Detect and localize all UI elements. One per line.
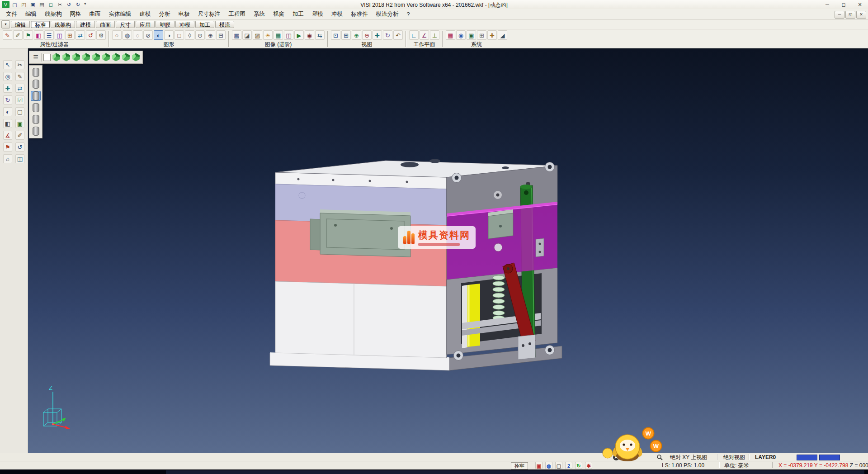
ribbon-tab[interactable]: 加工 [195, 21, 214, 28]
texture-icon[interactable]: ▨ [253, 30, 262, 40]
zoom-in-icon[interactable]: ⊕ [352, 30, 361, 40]
swap-filter-icon[interactable]: ⇄ [75, 30, 85, 40]
box-icon[interactable]: ▣ [15, 119, 24, 128]
ribbon-tab[interactable]: 应用 [136, 21, 155, 28]
menu-item[interactable]: 建模 [136, 9, 155, 19]
swap-icon[interactable]: ⇄ [15, 84, 24, 93]
refresh-icon[interactable]: ↻ [575, 462, 582, 469]
shadow-icon[interactable]: ◪ [242, 30, 252, 40]
indicator-bar-2[interactable] [819, 455, 840, 460]
view-plane-icon[interactable] [43, 54, 51, 61]
undo-icon[interactable]: ↺ [65, 1, 73, 8]
sheet-icon[interactable]: ▢ [15, 107, 24, 116]
menu-item[interactable]: 网格 [66, 9, 85, 19]
menu-item[interactable]: 工程图 [225, 9, 250, 19]
open-file-icon[interactable]: ◰ [20, 1, 28, 8]
layer-filter-icon[interactable]: ☰ [44, 30, 54, 40]
edges-display-icon[interactable]: □ [175, 30, 184, 40]
view-reference-label[interactable]: 绝对 XY 上视图 [670, 453, 707, 461]
edit-attributes-icon[interactable]: ✎ [3, 30, 12, 40]
view-right-icon[interactable] [102, 53, 110, 62]
view-mode-label[interactable]: 绝对视图 [723, 453, 745, 461]
angle-measure-icon[interactable]: ∡ [3, 131, 12, 140]
filter-cylinder-icon[interactable] [31, 67, 41, 77]
workplane-entity-icon[interactable]: ⊥ [430, 30, 439, 40]
save-icon[interactable]: ▣ [29, 1, 37, 8]
sphere-display-icon[interactable]: ◐ [154, 30, 163, 40]
mdi-restore-button[interactable]: ◱ [845, 11, 855, 19]
window-close-button[interactable]: ✕ [852, 0, 868, 9]
view-iso-back-icon[interactable] [132, 53, 140, 62]
menu-item[interactable]: 系统 [250, 9, 269, 19]
background-icon[interactable]: ▦ [274, 30, 283, 40]
rotate-view-icon[interactable]: ↻ [383, 30, 392, 40]
new-document-icon[interactable]: ▢ [11, 1, 19, 8]
mold-right-face-lower[interactable] [447, 268, 557, 355]
ribbon-tab[interactable]: 标准 [31, 21, 50, 28]
filter-cylinder-icon[interactable] [31, 103, 41, 113]
select-arrow-icon[interactable]: ↖ [3, 60, 12, 69]
grid-settings-icon[interactable]: ⊞ [477, 30, 486, 40]
layer-indicator[interactable]: LAYER0 [755, 453, 776, 461]
menu-item[interactable]: 模流分析 [372, 9, 403, 19]
curves-display-icon[interactable]: ◊ [185, 30, 194, 40]
menu-item[interactable]: 电极 [175, 9, 194, 19]
pan-view-icon[interactable]: ✚ [373, 30, 382, 40]
indicator-bar-1[interactable] [797, 455, 817, 460]
visi-logo[interactable]: V [2, 1, 9, 8]
home-icon[interactable]: ⌂ [3, 154, 12, 163]
menu-item[interactable]: 视窗 [269, 9, 288, 19]
view-iso-front-icon[interactable] [122, 53, 130, 62]
zoom-window-icon[interactable]: ⊞ [341, 30, 351, 40]
draw-icon[interactable]: ✐ [15, 131, 24, 140]
animation-icon[interactable]: ▶ [294, 30, 304, 40]
tab-dropdown-icon[interactable]: ▾ [1, 20, 10, 28]
view-front-icon[interactable] [72, 53, 80, 62]
filter-cylinder-icon[interactable] [31, 126, 41, 136]
view-top-icon[interactable] [62, 53, 71, 62]
system-info-icon[interactable]: ◉ [456, 30, 466, 40]
snap-settings-icon[interactable]: ✚ [487, 30, 497, 40]
ribbon-tab[interactable]: 线架构 [51, 21, 75, 28]
cavity-insert-block[interactable] [310, 209, 410, 257]
compare-icon[interactable]: ⇆ [315, 30, 325, 40]
points-display-icon[interactable]: ⊙ [195, 30, 205, 40]
viewport-3d[interactable]: Z [28, 48, 868, 453]
mold-front-plates[interactable] [275, 172, 447, 358]
transparency-icon[interactable]: ◑ [164, 30, 174, 40]
lock-toggle[interactable]: 拴牢 [511, 462, 528, 469]
ribbon-tab[interactable]: 曲面 [96, 21, 115, 28]
color-filter-icon[interactable]: ◧ [34, 30, 43, 40]
orbit-icon[interactable]: ◐ [3, 107, 12, 116]
ribbon-tab[interactable]: 模流 [215, 21, 234, 28]
pencil-icon[interactable]: ✎ [15, 72, 24, 81]
view-iso-icon[interactable] [52, 53, 61, 62]
quick-access-dropdown[interactable]: ▾ [84, 1, 86, 6]
ribbon-tab[interactable]: 建模 [76, 21, 95, 28]
menu-item[interactable]: 曲面 [85, 9, 105, 19]
menu-item[interactable]: 线架构 [41, 9, 66, 19]
filter-cylinder-icon[interactable] [31, 91, 41, 101]
type-filter-icon[interactable]: ◫ [55, 30, 64, 40]
flag-icon[interactable]: ⚑ [3, 142, 12, 152]
ribbon-tab[interactable]: 尺寸 [116, 21, 135, 28]
menu-item[interactable]: 编辑 [21, 9, 41, 19]
menu-item[interactable]: ? [403, 10, 414, 19]
menu-item[interactable]: 分析 [155, 9, 175, 19]
checklist-icon[interactable]: ☑ [15, 95, 24, 104]
count-badge[interactable]: 2 [565, 462, 572, 469]
view-left-icon[interactable] [92, 53, 100, 62]
rotate-icon[interactable]: ↻ [3, 95, 12, 104]
color-table-icon[interactable]: ▦ [446, 30, 455, 40]
system-settings-icon[interactable]: ✱ [585, 462, 592, 469]
bar-clamp-foot[interactable] [518, 335, 535, 360]
menu-item[interactable]: 塑模 [308, 9, 327, 19]
menu-item[interactable]: 尺寸标注 [194, 9, 225, 19]
menu-item[interactable]: 冲模 [327, 9, 347, 19]
preview-icon[interactable]: ◻ [47, 1, 55, 8]
menu-item[interactable]: 实体编辑 [105, 9, 136, 19]
filter-settings-icon[interactable]: ⚙ [96, 30, 106, 40]
screen-toggle-icon[interactable]: ▣ [535, 462, 542, 469]
zoom-icon[interactable]: ◎ [3, 72, 12, 81]
window-config-icon[interactable]: ▣ [467, 30, 476, 40]
